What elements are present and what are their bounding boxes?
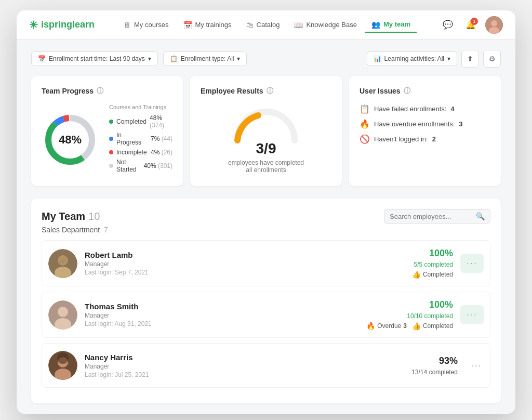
employee-row-robert[interactable]: 👓 Robert Lamb Manager Last login: Sep 7,… <box>42 240 490 286</box>
val-inprogress: 7% (44) <box>151 135 172 142</box>
chevron-down-icon-2: ▾ <box>237 55 240 62</box>
team-progress-card: Team Progress ⓘ <box>31 76 183 186</box>
search-icon[interactable]: 🔍 <box>476 212 485 220</box>
avatar-nancy <box>48 351 77 380</box>
dept-count: 7 <box>104 226 108 234</box>
overdue-label: Have overdue enrollments: <box>374 120 455 128</box>
search-box[interactable]: 🔍 <box>384 209 490 224</box>
nav-label-knowledge: Knowledge Base <box>306 21 357 29</box>
enrollment-start-filter[interactable]: 📅 Enrollment start time: Last 90 days ▾ <box>31 51 158 66</box>
nav-items: 🖥 My courses 📅 My trainings 🛍 Catalog 📖 … <box>107 17 427 33</box>
emp-menu-robert[interactable]: ··· <box>460 254 484 273</box>
more-icon-robert: ··· <box>467 258 477 269</box>
courses-icon: 🖥 <box>124 21 131 29</box>
val-completed: 48% (374) <box>150 114 172 129</box>
more-icon-nancy: ··· <box>471 360 482 371</box>
gear-icon: ⚙ <box>489 55 496 63</box>
employee-row-thomas[interactable]: Thomas Smith Manager Last login: Aug 31,… <box>42 292 490 338</box>
nav-item-knowledge[interactable]: 📖 Knowledge Base <box>288 18 363 32</box>
chevron-down-icon-3: ▾ <box>447 55 450 62</box>
team-title: My Team <box>42 211 85 222</box>
nav-item-catalog[interactable]: 🛍 Catalog <box>240 18 286 32</box>
trainings-icon: 📅 <box>183 21 192 29</box>
employee-results-card: Employee Results ⓘ 3/9 employees have co… <box>190 76 342 186</box>
dept-label: Sales Department 7 <box>42 226 490 234</box>
legend-completed: Completed 48% (374) <box>109 114 172 129</box>
filters-bar: 📅 Enrollment start time: Last 90 days ▾ … <box>31 50 501 68</box>
emp-completed-robert: 5/5 completed <box>414 261 453 268</box>
issue-overdue[interactable]: 🔥 Have overdue enrollments: 3 <box>360 119 490 129</box>
logo-text: ispringlearn <box>41 19 95 30</box>
label-completed: Completed <box>116 118 147 125</box>
team-count: 10 <box>88 211 100 222</box>
val-incomplete: 4% (26) <box>151 149 172 156</box>
emp-menu-thomas[interactable]: ··· <box>460 305 484 324</box>
issue-failed[interactable]: 📋 Have failed enrollments: 4 <box>360 104 490 114</box>
emp-name-thomas: Thomas Smith <box>85 302 359 311</box>
label-notstarted: Not Started <box>116 159 141 173</box>
donut-percent: 48% <box>59 133 82 147</box>
emp-pct-nancy: 93% <box>439 356 458 366</box>
legend-notstarted: Not Started 40% (301) <box>109 159 172 173</box>
overdue-text-thomas: Overdue <box>377 322 401 330</box>
emp-info-nancy: Nancy Harris Manager Last login: Jul 25,… <box>85 353 404 378</box>
label-incomplete: Incomplete <box>116 149 148 156</box>
search-input[interactable] <box>390 213 473 220</box>
emp-info-thomas: Thomas Smith Manager Last login: Aug 31,… <box>85 302 359 327</box>
nav-label-team: My team <box>383 20 410 28</box>
chat-button[interactable]: 💬 <box>440 17 456 33</box>
emp-menu-nancy[interactable]: ··· <box>469 360 484 371</box>
donut-chart: 48% <box>42 111 99 168</box>
dot-inprogress <box>109 137 113 141</box>
fire-icon: 🔥 <box>366 322 375 330</box>
overdue-count: 3 <box>459 120 462 128</box>
emp-login-robert: Last login: Sep 7, 2021 <box>85 269 405 276</box>
issue-notlogged[interactable]: 🚫 Haven't logged in: 2 <box>360 134 490 144</box>
gauge-wrapper: 3/9 employees have completedall enrollme… <box>201 104 331 174</box>
gauge-label: employees have completedall enrollments <box>228 159 304 174</box>
dot-completed <box>109 120 113 124</box>
nav-item-team[interactable]: 👥 My team <box>365 17 417 33</box>
enrollment-type-filter[interactable]: 📋 Enrollment type: All ▾ <box>163 51 247 66</box>
avatar-image <box>485 16 503 34</box>
notifications-button[interactable]: 🔔 1 <box>462 17 479 33</box>
svg-text:👓: 👓 <box>60 258 66 265</box>
nav-item-trainings[interactable]: 📅 My trainings <box>177 18 238 32</box>
employee-row-nancy[interactable]: Nancy Harris Manager Last login: Jul 25,… <box>42 343 490 388</box>
settings-button[interactable]: ⚙ <box>483 50 501 68</box>
emp-completed-nancy: 13/14 completed <box>411 369 458 376</box>
legend: Courses and Trainings Completed 48% (374… <box>109 104 172 176</box>
failed-count: 4 <box>450 105 454 113</box>
emp-role-robert: Manager <box>85 260 405 268</box>
logo-icon: ✳ <box>29 19 38 31</box>
badge-label-thomas: Completed <box>423 322 453 330</box>
badge-completed-thomas: 👍 Completed <box>412 322 453 330</box>
svg-point-14 <box>58 307 68 317</box>
user-avatar[interactable] <box>485 16 503 34</box>
more-icon-thomas: ··· <box>467 309 477 320</box>
main-content: 📅 Enrollment start time: Last 90 days ▾ … <box>17 40 515 414</box>
employee-results-title: Employee Results ⓘ <box>201 86 331 96</box>
enrollment-start-label: Enrollment start time: Last 90 days <box>49 55 145 62</box>
logo[interactable]: ✳ ispringlearn <box>29 19 95 31</box>
dot-notstarted <box>109 164 113 168</box>
emp-role-nancy: Manager <box>85 363 404 370</box>
emp-info-robert: Robert Lamb Manager Last login: Sep 7, 2… <box>85 251 405 276</box>
info-icon-3[interactable]: ⓘ <box>404 86 410 96</box>
learning-activities-filter[interactable]: 📊 Learning activities: All ▾ <box>367 51 457 66</box>
emp-pct-thomas: 100% <box>429 299 453 310</box>
export-button[interactable]: ⬆ <box>461 50 479 68</box>
badge-label-robert: Completed <box>423 271 453 278</box>
thumbs-up-icon: 👍 <box>412 270 421 279</box>
team-header: My Team 10 🔍 <box>42 209 490 224</box>
team-icon: 👥 <box>371 20 380 29</box>
filters-right: 📊 Learning activities: All ▾ ⬆ ⚙ <box>367 50 501 68</box>
legend-incomplete: Incomplete 4% (26) <box>109 149 172 156</box>
info-icon-2[interactable]: ⓘ <box>267 86 273 96</box>
avatar-thomas <box>48 300 77 330</box>
emp-name-robert: Robert Lamb <box>85 251 405 259</box>
nav-item-courses[interactable]: 🖥 My courses <box>117 18 175 32</box>
failed-icon: 📋 <box>360 104 370 114</box>
emp-stats-robert: 100% 5/5 completed 👍 Completed <box>412 248 453 279</box>
info-icon[interactable]: ⓘ <box>97 86 103 96</box>
